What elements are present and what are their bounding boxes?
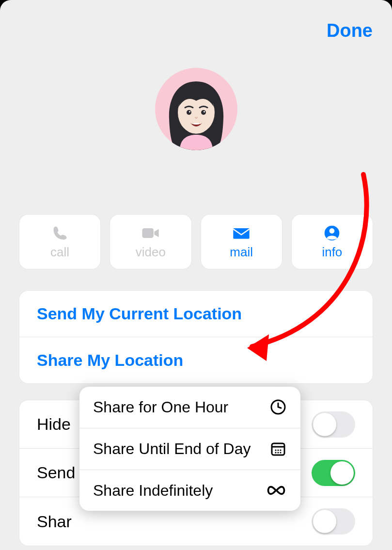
svg-point-16 — [277, 452, 279, 454]
clock-icon — [269, 398, 287, 416]
svg-point-17 — [280, 452, 281, 454]
hide-alerts-toggle[interactable] — [312, 411, 355, 438]
contact-avatar[interactable] — [155, 68, 237, 150]
video-button[interactable]: video — [110, 215, 191, 269]
envelope-icon — [232, 224, 251, 242]
svg-point-8 — [329, 228, 335, 234]
person-circle-icon — [322, 224, 342, 242]
svg-rect-6 — [233, 228, 249, 239]
contact-actions: call video mail info — [19, 215, 373, 269]
video-label: video — [136, 245, 166, 260]
share-my-location[interactable]: Share My Location — [19, 337, 373, 383]
call-button[interactable]: call — [19, 215, 100, 269]
svg-point-3 — [189, 111, 190, 112]
svg-point-4 — [204, 111, 205, 112]
setting-label: Send — [37, 463, 75, 482]
send-current-location[interactable]: Send My Current Location — [19, 291, 373, 337]
info-label: info — [322, 245, 342, 260]
share-indefinitely[interactable]: Share Indefinitely — [79, 470, 300, 511]
mail-label: mail — [230, 245, 253, 260]
menu-label: Share for One Hour — [93, 398, 228, 416]
contact-info-sheet: Done — [0, 0, 392, 550]
share-until-end-of-day[interactable]: Share Until End of Day — [79, 428, 300, 470]
calendar-icon — [269, 440, 287, 457]
menu-label: Share Indefinitely — [93, 482, 213, 500]
memoji-icon — [162, 78, 230, 150]
send-read-receipts-toggle[interactable] — [312, 460, 355, 486]
svg-point-2 — [201, 110, 206, 115]
location-card: Send My Current Location Share My Locati… — [19, 291, 373, 383]
svg-point-13 — [277, 450, 279, 451]
camera-icon — [141, 224, 160, 242]
svg-point-14 — [280, 450, 281, 451]
svg-point-12 — [275, 450, 276, 451]
svg-point-1 — [187, 110, 191, 115]
phone-icon — [50, 224, 70, 242]
menu-label: Share Until End of Day — [93, 440, 251, 458]
svg-rect-5 — [142, 228, 153, 238]
mail-button[interactable]: mail — [201, 215, 282, 269]
info-button[interactable]: info — [292, 215, 373, 269]
done-button[interactable]: Done — [327, 20, 373, 41]
share-one-hour[interactable]: Share for One Hour — [79, 387, 300, 428]
infinity-icon — [266, 485, 287, 496]
svg-point-15 — [275, 452, 276, 454]
share-focus-toggle[interactable] — [312, 508, 355, 534]
share-duration-menu: Share for One Hour Share Until End of Da… — [79, 387, 300, 511]
setting-label: Shar — [37, 512, 72, 531]
call-label: call — [50, 245, 69, 260]
setting-label: Hide — [37, 415, 71, 434]
